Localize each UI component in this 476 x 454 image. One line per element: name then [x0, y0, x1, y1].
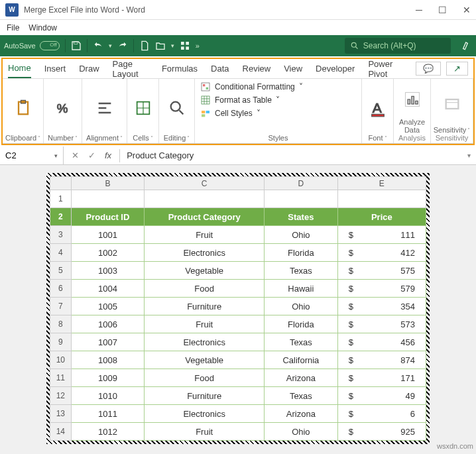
- cell-product-id[interactable]: 1008: [71, 351, 145, 369]
- row-header[interactable]: 3: [50, 226, 72, 244]
- cell-product-id[interactable]: 1007: [71, 333, 145, 351]
- maximize-button[interactable]: ☐: [438, 5, 447, 15]
- chevron-down-icon[interactable]: ˅: [38, 135, 40, 141]
- cell-category[interactable]: Vegetable: [145, 262, 265, 280]
- minimize-button[interactable]: ─: [416, 5, 422, 15]
- row-header[interactable]: 4: [50, 244, 72, 262]
- chevron-down-icon[interactable]: ˅: [120, 135, 123, 141]
- cell-price[interactable]: $412: [337, 244, 426, 262]
- cell-product-id[interactable]: 1005: [71, 298, 145, 315]
- row-header[interactable]: 8: [50, 315, 72, 333]
- cell-category[interactable]: Fruit: [145, 315, 265, 333]
- cell-price[interactable]: $49: [337, 387, 426, 405]
- cell-category[interactable]: Electronics: [145, 333, 265, 351]
- search-box[interactable]: [345, 38, 451, 54]
- conditional-formatting-button[interactable]: Conditional Formatting ˅: [200, 82, 356, 92]
- comments-button[interactable]: 💬: [416, 62, 441, 76]
- cell-category[interactable]: Electronics: [145, 405, 265, 423]
- row-header[interactable]: 10: [50, 351, 72, 369]
- qat-overflow[interactable]: »: [196, 42, 200, 50]
- cell-category[interactable]: Furniture: [145, 387, 265, 405]
- header-cell[interactable]: States: [265, 208, 338, 226]
- format-as-table-button[interactable]: Format as Table ˅: [200, 95, 356, 105]
- chevron-down-icon[interactable]: ˅: [385, 135, 387, 141]
- col-header-d[interactable]: D: [265, 177, 338, 190]
- cell-category[interactable]: Furniture: [145, 298, 265, 315]
- cell-state[interactable]: Texas: [265, 333, 338, 351]
- cell-state[interactable]: Arizona: [265, 369, 338, 387]
- cell-category[interactable]: Electronics: [145, 244, 265, 262]
- cell-product-id[interactable]: 1012: [71, 423, 145, 441]
- cell-category[interactable]: Vegetable: [145, 351, 265, 369]
- cell-state[interactable]: Ohio: [265, 298, 338, 315]
- toggle-off-icon[interactable]: [40, 41, 60, 50]
- cell-price[interactable]: $456: [337, 333, 426, 351]
- tab-data[interactable]: Data: [211, 60, 229, 78]
- alignment-icon[interactable]: [95, 99, 114, 117]
- tab-home[interactable]: Home: [8, 59, 31, 78]
- tab-formulas[interactable]: Formulas: [162, 60, 198, 78]
- cell-product-id[interactable]: 1001: [71, 226, 145, 244]
- app-grid-icon[interactable]: [180, 40, 190, 51]
- cell-product-id[interactable]: 1004: [71, 280, 145, 298]
- cell[interactable]: [71, 190, 145, 208]
- search-input[interactable]: [363, 41, 446, 50]
- cell-price[interactable]: $573: [337, 315, 426, 333]
- open-dropdown[interactable]: ▾: [171, 42, 174, 49]
- cell-state[interactable]: Ohio: [265, 423, 338, 441]
- cell-category[interactable]: Food: [145, 369, 265, 387]
- cell-category[interactable]: Food: [145, 280, 265, 298]
- cell-category[interactable]: Fruit: [145, 423, 265, 441]
- cell-price[interactable]: $354: [337, 298, 426, 315]
- menu-window[interactable]: Window: [29, 23, 57, 32]
- cell-product-id[interactable]: 1002: [71, 244, 145, 262]
- col-header-c[interactable]: C: [145, 177, 265, 190]
- share-button[interactable]: ↗: [446, 62, 468, 76]
- percent-icon[interactable]: %: [54, 99, 72, 117]
- tab-page-layout[interactable]: Page Layout: [113, 55, 149, 83]
- embedded-object-frame[interactable]: B C D E 1 2 Product ID Product Category …: [46, 173, 430, 444]
- tab-draw[interactable]: Draw: [79, 60, 99, 78]
- header-cell[interactable]: Product Category: [145, 208, 265, 226]
- accept-icon[interactable]: ✓: [88, 150, 95, 160]
- row-header[interactable]: 11: [50, 369, 72, 387]
- cell-price[interactable]: $575: [337, 262, 426, 280]
- cell-product-id[interactable]: 1011: [71, 405, 145, 423]
- cell-product-id[interactable]: 1010: [71, 387, 145, 405]
- row-header[interactable]: 6: [50, 280, 72, 298]
- cancel-icon[interactable]: ✕: [72, 150, 79, 160]
- cell-styles-button[interactable]: Cell Styles ˅: [200, 108, 356, 119]
- tab-view[interactable]: View: [284, 60, 302, 78]
- cell-price[interactable]: $874: [337, 351, 426, 369]
- cell-state[interactable]: California: [265, 351, 338, 369]
- open-icon[interactable]: [155, 40, 166, 51]
- cell-product-id[interactable]: 1003: [71, 262, 145, 280]
- row-header[interactable]: 12: [50, 387, 72, 405]
- cell-state[interactable]: Arizona: [265, 405, 338, 423]
- cell-state[interactable]: Texas: [265, 262, 338, 280]
- save-icon[interactable]: [71, 40, 82, 51]
- select-all-corner[interactable]: [50, 177, 72, 190]
- font-icon[interactable]: A: [369, 99, 387, 117]
- row-header[interactable]: 14: [50, 423, 72, 441]
- cell-price[interactable]: $579: [337, 280, 426, 298]
- cell-state[interactable]: Florida: [265, 244, 338, 262]
- row-header[interactable]: 5: [50, 262, 72, 280]
- chevron-down-icon[interactable]: ˅: [150, 135, 153, 141]
- cell-price[interactable]: $171: [337, 369, 426, 387]
- cells-icon[interactable]: [134, 99, 152, 117]
- formula-input[interactable]: Product Category: [120, 150, 462, 160]
- cell-state[interactable]: Texas: [265, 387, 338, 405]
- tab-developer[interactable]: Developer: [316, 60, 355, 78]
- col-header-b[interactable]: B: [71, 177, 145, 190]
- redo-icon[interactable]: [117, 40, 128, 51]
- cell[interactable]: [265, 190, 338, 208]
- cell-state[interactable]: Hawaii: [265, 280, 338, 298]
- header-cell[interactable]: Price: [337, 208, 426, 226]
- close-button[interactable]: ✕: [463, 5, 471, 15]
- row-header[interactable]: 1: [50, 190, 72, 208]
- tab-insert[interactable]: Insert: [44, 60, 66, 78]
- row-header[interactable]: 13: [50, 405, 72, 423]
- row-header[interactable]: 7: [50, 298, 72, 315]
- fx-icon[interactable]: fx: [105, 150, 111, 160]
